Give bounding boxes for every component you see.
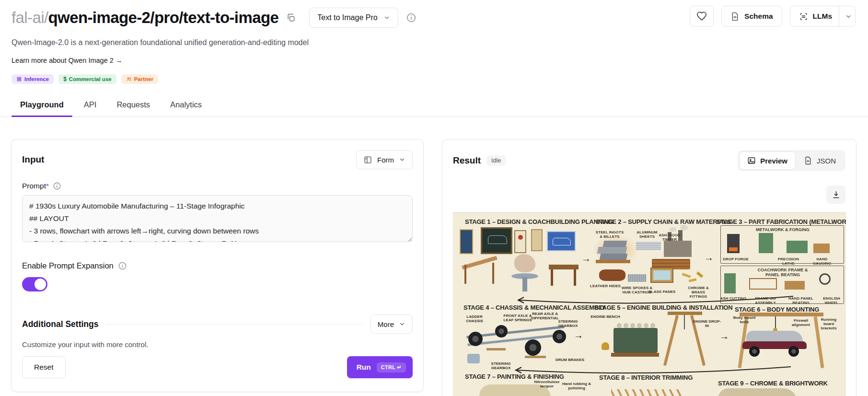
input-panel-title: Input — [22, 154, 44, 165]
status-badge: Idle — [486, 155, 506, 166]
frame-jig — [749, 278, 777, 290]
chevron-down-icon — [383, 14, 390, 21]
result-image[interactable]: STAGE 1 – DESIGN & COACHBUILDING PLANNIN… — [453, 212, 846, 396]
endpoint-selector[interactable]: Text to Image Pro — [309, 8, 398, 28]
material-label: LEATHER HIDES — [590, 284, 621, 288]
tab-preview[interactable]: Preview — [739, 151, 796, 170]
tab-json-label: JSON — [817, 157, 836, 165]
table-leg — [464, 265, 466, 284]
crane-leg — [663, 315, 679, 366]
part-label: Body mount bolts — [729, 315, 760, 324]
tab-analytics[interactable]: Analytics — [162, 95, 210, 116]
wheel — [495, 325, 508, 338]
row-transition-arrow — [508, 364, 796, 378]
car-body-chrome — [718, 388, 797, 396]
info-icon[interactable] — [53, 182, 61, 190]
flow-arrow: → — [719, 331, 729, 342]
process-label: PRECISION LATHE — [773, 257, 804, 266]
smoke — [680, 225, 688, 230]
tab-json[interactable]: JSON — [796, 151, 844, 170]
process-label: HAND PANEL BEATING — [785, 296, 817, 305]
part-label: Running board brackets — [820, 317, 837, 331]
more-settings-button[interactable]: More — [370, 314, 413, 334]
flower-poster — [514, 230, 526, 253]
endpoint-selector-label: Text to Image Pro — [317, 13, 377, 22]
part-label: STEERING GEARBOX — [552, 319, 584, 328]
learn-more-link[interactable]: Learn more about Qwen Image 2 → — [12, 57, 122, 64]
table-leg — [492, 263, 494, 284]
stage-title: STAGE 3 – PART FABRICATION (METALWORK & … — [717, 218, 846, 225]
required-marker: * — [46, 182, 49, 190]
prompt-input[interactable]: # 1930s Luxury Automobile Manufacturing … — [22, 195, 413, 242]
badge-commercial-use: $ Commercial use — [58, 74, 116, 84]
engine-cylinders — [617, 323, 622, 328]
more-settings-label: More — [378, 320, 394, 328]
dollar-icon: $ — [63, 76, 67, 82]
schema-button-label: Schema — [744, 12, 773, 21]
part-label: Firewall alignment — [785, 318, 817, 327]
glass-crate — [650, 268, 673, 283]
stage-title: STAGE 9 – CHROME & BRIGHTWORK — [718, 380, 828, 387]
process-label: HAND GAUGING — [810, 257, 834, 266]
art-deco-poster — [460, 229, 473, 254]
oil-can — [602, 342, 609, 350]
info-icon[interactable] — [406, 12, 417, 23]
heart-icon — [696, 11, 707, 22]
steel-ingot — [603, 241, 627, 247]
english-wheel — [819, 273, 831, 285]
press-machine — [759, 233, 773, 253]
stage-title: STAGE 2 – SUPPLY CHAIN & RAW MATERIALS — [596, 218, 731, 225]
aluminum-sheets — [636, 242, 661, 250]
divider — [106, 324, 362, 325]
run-shortcut-badge: CTRL ↵ — [377, 362, 406, 373]
bandsaw-machine — [724, 273, 736, 293]
flow-arrow: → — [581, 253, 591, 264]
engine-block — [613, 328, 658, 353]
wheel — [525, 339, 541, 356]
copy-icon[interactable] — [286, 13, 296, 23]
steel-ingot — [597, 247, 627, 254]
brass-fitting — [696, 271, 704, 278]
material-label: GLASS PANES — [648, 290, 676, 294]
input-panel: Input Form Prompt* # 1930s Luxury Automo… — [11, 139, 424, 392]
run-button[interactable]: Run CTRL ↵ — [347, 356, 413, 378]
material-label: CHROME & BRASS FITTINGS — [683, 286, 714, 299]
llms-button[interactable]: LLMs — [790, 6, 856, 27]
sawhorse — [525, 356, 546, 358]
llms-button-label: LLMs — [813, 12, 832, 21]
process-label: ENGLISH WHEEL — [823, 296, 840, 305]
part-label: Hand rubbing & polishing — [561, 382, 592, 390]
tab-preview-label: Preview — [760, 157, 787, 165]
title-owner: fal-ai/ — [12, 9, 48, 26]
work-desk — [549, 265, 579, 269]
download-button[interactable] — [826, 186, 845, 204]
interior-frame — [611, 389, 683, 396]
prompt-expansion-toggle[interactable] — [22, 277, 47, 291]
llms-dropdown-toggle[interactable] — [839, 6, 852, 26]
wire-spokes — [628, 274, 646, 282]
result-panel-title: Result — [453, 155, 481, 166]
tab-bar: Playground API Requests Analytics — [0, 95, 868, 117]
tab-playground[interactable]: Playground — [12, 95, 72, 116]
steel-ingot — [600, 254, 628, 260]
favorite-button[interactable] — [690, 6, 714, 27]
brass-fitting — [689, 278, 697, 282]
panel-bench — [785, 281, 805, 290]
shell-poster — [531, 229, 543, 251]
info-icon[interactable] — [118, 261, 127, 270]
view-selector-label: Form — [377, 156, 394, 164]
people-icon — [126, 76, 132, 82]
view-selector-form[interactable]: Form — [356, 150, 413, 169]
run-button-label: Run — [357, 363, 371, 372]
tab-requests[interactable]: Requests — [108, 95, 159, 116]
material-label: ASH WOOD TIMBER — [654, 233, 685, 242]
stage-title: STAGE 1 – DESIGN & COACHBUILDING PLANNIN… — [465, 218, 613, 225]
brass-fitting — [682, 273, 691, 278]
reset-button[interactable]: Reset — [22, 356, 66, 378]
schema-button[interactable]: Schema — [721, 6, 782, 27]
download-icon — [832, 190, 841, 199]
leather-roll — [599, 269, 625, 281]
process-group-label: COACHWORK FRAME & PANEL BEATING — [751, 268, 814, 278]
tab-api[interactable]: API — [75, 95, 105, 116]
result-panel: Result Idle Preview JSON STAGE 1 – DESIG… — [442, 139, 856, 396]
